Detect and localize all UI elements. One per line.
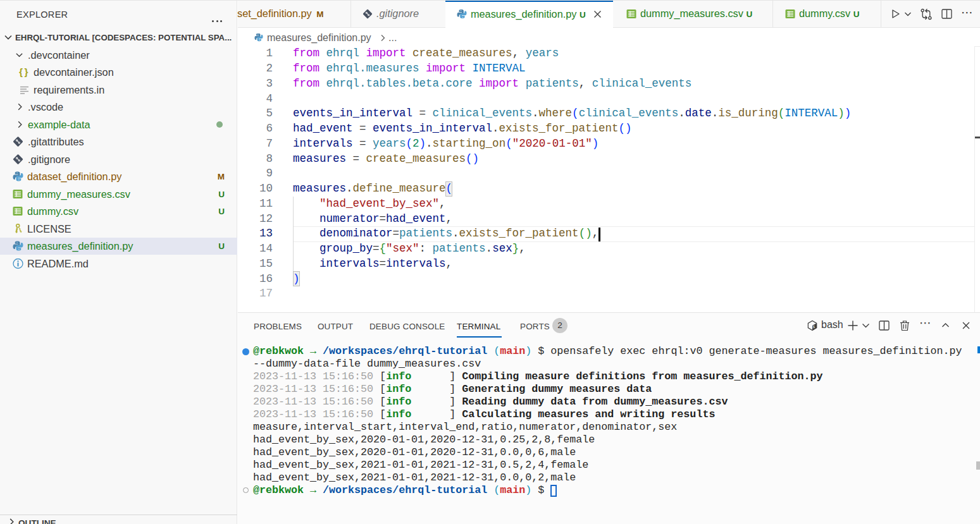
svg-text:$: $ [813, 325, 816, 329]
